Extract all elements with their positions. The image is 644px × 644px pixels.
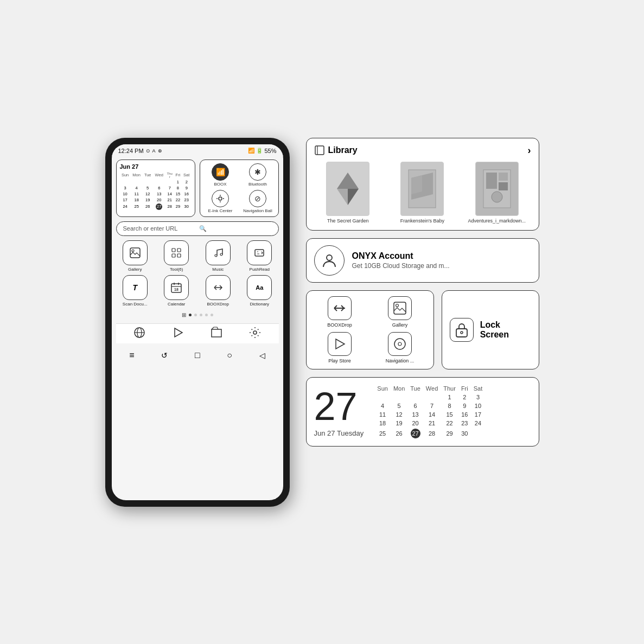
svg-point-36 — [492, 192, 502, 202]
cal-cell: 8 — [174, 185, 182, 191]
svg-rect-38 — [394, 302, 406, 314]
svg-marker-31 — [411, 175, 422, 194]
account-avatar — [314, 245, 345, 276]
music-icon — [206, 240, 231, 265]
pushread-icon — [247, 240, 272, 265]
lock-screen-widget[interactable]: Lock Screen — [442, 290, 539, 369]
app-tool-label: Tool(6) — [170, 267, 183, 272]
cal-cell: 19 — [143, 197, 153, 203]
book-1[interactable]: The Secret Garden — [314, 162, 382, 224]
dock-play[interactable] — [171, 326, 184, 341]
nav-back-icon[interactable]: ◁ — [259, 351, 265, 360]
rcal-sat: Sat — [471, 384, 486, 393]
book-1-title: The Secret Garden — [327, 218, 369, 224]
quick-playstore-label: Play Store — [328, 358, 351, 364]
rcal-cell: 2 — [458, 393, 471, 401]
nav-menu-icon[interactable]: ≡ — [129, 350, 134, 360]
app-calendar[interactable]: 18 Calendar — [157, 275, 196, 307]
app-dictionary-label: Dictionary — [250, 302, 269, 307]
quick-playstore[interactable]: Play Store — [312, 332, 368, 364]
cal-cell: 1 — [174, 179, 182, 185]
cal-date-number: 27 — [314, 387, 364, 426]
app-gallery[interactable]: Gallery — [116, 240, 155, 272]
cal-cell: 28 — [165, 203, 174, 211]
dot-2[interactable] — [194, 314, 197, 316]
dock-settings[interactable] — [248, 326, 262, 341]
rcal-fri: Fri — [458, 384, 471, 393]
scandoc-icon: T — [123, 275, 148, 300]
grid-indicator: ⊞ — [182, 312, 186, 318]
qs-boox[interactable]: 📶 BOOX — [203, 163, 238, 187]
cal-cell: 29 — [174, 203, 182, 211]
book-3[interactable]: Adventures_i_markdown... — [463, 162, 531, 224]
search-bar[interactable]: Search or enter URL 🔍 — [116, 221, 279, 236]
search-placeholder: Search or enter URL — [123, 225, 196, 232]
dot-1[interactable] — [189, 314, 192, 316]
quick-nav-icon — [388, 332, 412, 356]
svg-point-23 — [253, 331, 257, 334]
qs-eink-label: E-Ink Center — [208, 208, 233, 213]
cal-cell: 27 — [153, 203, 165, 211]
cal-cell: 22 — [174, 197, 182, 203]
cal-cell: 30 — [182, 203, 192, 211]
navball-icon: ⊘ — [249, 190, 266, 207]
cal-cell: 14 — [165, 191, 174, 197]
cal-day-wed: Wed — [153, 171, 165, 179]
quick-gallery[interactable]: Gallery — [372, 296, 428, 328]
library-header: Library › — [314, 145, 531, 156]
app-pushread[interactable]: PushRead — [240, 240, 279, 272]
app-scandoc[interactable]: T Scan Docu... — [116, 275, 155, 307]
boox-icon: 📶 — [212, 163, 229, 181]
rcal-cell — [391, 393, 407, 401]
dock-explore[interactable] — [133, 326, 146, 341]
dock — [116, 323, 279, 343]
nav-refresh-icon[interactable]: ↺ — [161, 351, 168, 360]
cal-date-label: Jun 27 Tuesday — [314, 429, 364, 437]
right-cal-content: 27 Jun 27 Tuesday Sun Mon Tue Wed Thur — [314, 384, 531, 439]
account-widget[interactable]: ONYX Account Get 10GB Cloud Storage and … — [306, 238, 539, 283]
quick-apps-grid: BOOXDrop Gallery — [306, 290, 434, 369]
app-booxdrop[interactable]: BOOXDrop — [199, 275, 238, 307]
book-2[interactable]: Frankenstein's Baby — [388, 162, 456, 224]
svg-point-39 — [396, 304, 399, 307]
cal-cell: 17 — [120, 197, 131, 203]
app-music[interactable]: Music — [199, 240, 238, 272]
qs-bluetooth[interactable]: ✱ Bluetooth — [241, 163, 275, 187]
cal-cell: 25 — [131, 203, 143, 211]
dot-3[interactable] — [200, 314, 202, 316]
rcal-wed: Wed — [423, 384, 441, 393]
dock-files[interactable] — [210, 326, 223, 341]
svg-point-42 — [398, 342, 401, 346]
status-time: 12:24 PM — [118, 148, 144, 154]
account-desc: Get 10GB Cloud Storage and m... — [352, 262, 450, 270]
quick-row: BOOXDrop Gallery — [306, 290, 539, 369]
right-panel: Library › The Secret Garden — [306, 138, 539, 447]
phone-device: 12:24 PM ⊙ A ⊕ 📶 🔋 55% Jun 27 — [105, 138, 290, 507]
book-cover-1 — [326, 162, 369, 216]
nav-home-circle-icon[interactable]: ○ — [227, 350, 232, 360]
book-cover-2 — [400, 162, 444, 216]
quick-booxdrop-icon — [328, 296, 352, 320]
quick-booxdrop[interactable]: BOOXDrop — [312, 296, 368, 328]
cal-cell: 16 — [182, 191, 192, 197]
app-music-label: Music — [212, 267, 224, 272]
battery-level: 55% — [264, 148, 276, 154]
dot-5[interactable] — [211, 314, 213, 316]
status-icon-1: ⊙ — [146, 148, 150, 154]
quick-navigation[interactable]: Navigation ... — [372, 332, 428, 364]
cal-cell: 2 — [182, 179, 192, 185]
app-dictionary[interactable]: Aa Dictionary — [240, 275, 279, 307]
app-tool[interactable]: Tool(6) — [157, 240, 196, 272]
cal-cell: 26 — [143, 203, 153, 211]
dot-4[interactable] — [205, 314, 208, 316]
cal-cell: 23 — [182, 197, 192, 203]
nav-home-square-icon[interactable]: □ — [195, 350, 200, 360]
svg-point-41 — [394, 339, 405, 349]
cal-cell: 5 — [143, 185, 153, 191]
qs-navball[interactable]: ⊘ Navigation Ball — [241, 190, 275, 213]
cal-cell: 3 — [120, 185, 131, 191]
library-chevron[interactable]: › — [528, 145, 531, 156]
svg-rect-43 — [456, 329, 467, 337]
qs-eink[interactable]: E-Ink Center — [203, 190, 238, 213]
book-2-title: Frankenstein's Baby — [400, 218, 444, 224]
